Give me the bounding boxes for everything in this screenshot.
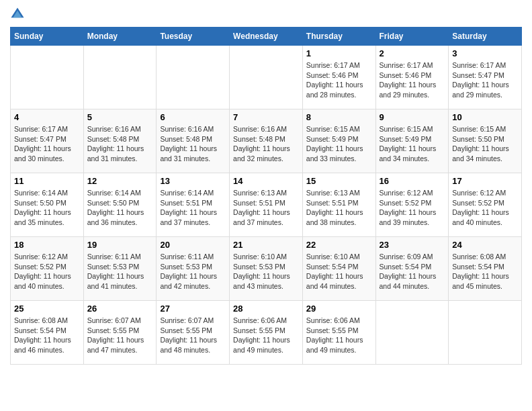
- day-number: 20: [160, 240, 226, 250]
- calendar-cell: 28Sunrise: 6:06 AMSunset: 5:55 PMDayligh…: [230, 301, 303, 365]
- calendar-cell: [11, 46, 84, 109]
- day-info: Sunrise: 6:13 AMSunset: 5:51 PMDaylight:…: [306, 188, 372, 228]
- day-info: Sunrise: 6:16 AMSunset: 5:48 PMDaylight:…: [160, 124, 226, 164]
- day-info: Sunrise: 6:07 AMSunset: 5:55 PMDaylight:…: [160, 316, 226, 355]
- day-info: Sunrise: 6:16 AMSunset: 5:48 PMDaylight:…: [233, 124, 299, 164]
- calendar-cell: 27Sunrise: 6:07 AMSunset: 5:55 PMDayligh…: [157, 301, 230, 365]
- calendar-cell: 4Sunrise: 6:17 AMSunset: 5:47 PMDaylight…: [11, 109, 84, 173]
- calendar-cell: 18Sunrise: 6:12 AMSunset: 5:52 PMDayligh…: [11, 237, 84, 301]
- calendar-cell: 1Sunrise: 6:17 AMSunset: 5:46 PMDaylight…: [302, 46, 375, 109]
- day-info: Sunrise: 6:15 AMSunset: 5:50 PMDaylight:…: [452, 124, 518, 164]
- day-info: Sunrise: 6:09 AMSunset: 5:54 PMDaylight:…: [380, 252, 445, 291]
- day-info: Sunrise: 6:10 AMSunset: 5:53 PMDaylight:…: [233, 252, 299, 291]
- day-number: 25: [14, 304, 80, 314]
- day-number: 12: [87, 176, 153, 186]
- day-number: 4: [14, 112, 80, 122]
- col-header-wednesday: Wednesday: [230, 28, 303, 46]
- calendar-cell: 15Sunrise: 6:13 AMSunset: 5:51 PMDayligh…: [302, 173, 375, 237]
- day-info: Sunrise: 6:15 AMSunset: 5:49 PMDaylight:…: [306, 124, 372, 164]
- calendar-cell: 7Sunrise: 6:16 AMSunset: 5:48 PMDaylight…: [230, 109, 303, 173]
- day-info: Sunrise: 6:17 AMSunset: 5:47 PMDaylight:…: [452, 60, 518, 100]
- calendar-cell: 9Sunrise: 6:15 AMSunset: 5:49 PMDaylight…: [375, 109, 449, 173]
- day-number: 9: [380, 112, 445, 122]
- day-number: 13: [160, 176, 226, 186]
- day-number: 15: [306, 176, 372, 186]
- day-number: 2: [380, 48, 445, 58]
- day-number: 29: [306, 304, 372, 314]
- day-number: 17: [452, 176, 518, 186]
- col-header-thursday: Thursday: [302, 28, 375, 46]
- day-info: Sunrise: 6:17 AMSunset: 5:46 PMDaylight:…: [306, 60, 372, 100]
- col-header-friday: Friday: [375, 28, 449, 46]
- calendar-cell: 10Sunrise: 6:15 AMSunset: 5:50 PMDayligh…: [449, 109, 522, 173]
- week-row-5: 25Sunrise: 6:08 AMSunset: 5:54 PMDayligh…: [11, 301, 522, 365]
- day-info: Sunrise: 6:14 AMSunset: 5:50 PMDaylight:…: [14, 188, 80, 228]
- calendar-cell: 25Sunrise: 6:08 AMSunset: 5:54 PMDayligh…: [11, 301, 84, 365]
- calendar-cell: 13Sunrise: 6:14 AMSunset: 5:51 PMDayligh…: [157, 173, 230, 237]
- calendar-cell: [83, 46, 157, 109]
- calendar-cell: 23Sunrise: 6:09 AMSunset: 5:54 PMDayligh…: [375, 237, 449, 301]
- calendar-cell: 14Sunrise: 6:13 AMSunset: 5:51 PMDayligh…: [230, 173, 303, 237]
- day-number: 14: [233, 176, 299, 186]
- day-number: 10: [452, 112, 518, 122]
- day-number: 23: [380, 240, 445, 250]
- col-header-tuesday: Tuesday: [157, 28, 230, 46]
- calendar-cell: 29Sunrise: 6:06 AMSunset: 5:55 PMDayligh…: [302, 301, 375, 365]
- logo: [10, 7, 26, 21]
- day-number: 3: [452, 48, 518, 58]
- day-info: Sunrise: 6:12 AMSunset: 5:52 PMDaylight:…: [452, 188, 518, 228]
- day-info: Sunrise: 6:11 AMSunset: 5:53 PMDaylight:…: [87, 252, 153, 291]
- calendar-cell: 21Sunrise: 6:10 AMSunset: 5:53 PMDayligh…: [230, 237, 303, 301]
- day-info: Sunrise: 6:12 AMSunset: 5:52 PMDaylight:…: [380, 188, 445, 228]
- day-number: 11: [14, 176, 80, 186]
- day-number: 28: [233, 304, 299, 314]
- calendar-cell: 12Sunrise: 6:14 AMSunset: 5:50 PMDayligh…: [83, 173, 157, 237]
- calendar-cell: 16Sunrise: 6:12 AMSunset: 5:52 PMDayligh…: [375, 173, 449, 237]
- day-number: 22: [306, 240, 372, 250]
- calendar-cell: 3Sunrise: 6:17 AMSunset: 5:47 PMDaylight…: [449, 46, 522, 109]
- day-info: Sunrise: 6:08 AMSunset: 5:54 PMDaylight:…: [452, 252, 518, 291]
- day-info: Sunrise: 6:14 AMSunset: 5:50 PMDaylight:…: [87, 188, 153, 228]
- day-number: 1: [306, 48, 372, 58]
- day-number: 19: [87, 240, 153, 250]
- day-number: 24: [452, 240, 518, 250]
- day-number: 18: [14, 240, 80, 250]
- calendar-cell: 20Sunrise: 6:11 AMSunset: 5:53 PMDayligh…: [157, 237, 230, 301]
- day-info: Sunrise: 6:08 AMSunset: 5:54 PMDaylight:…: [14, 316, 80, 355]
- day-info: Sunrise: 6:15 AMSunset: 5:49 PMDaylight:…: [380, 124, 445, 164]
- calendar-header-row: SundayMondayTuesdayWednesdayThursdayFrid…: [11, 28, 522, 46]
- day-number: 5: [87, 112, 153, 122]
- day-info: Sunrise: 6:07 AMSunset: 5:55 PMDaylight:…: [87, 316, 153, 355]
- calendar-cell: 24Sunrise: 6:08 AMSunset: 5:54 PMDayligh…: [449, 237, 522, 301]
- day-info: Sunrise: 6:12 AMSunset: 5:52 PMDaylight:…: [14, 252, 80, 291]
- calendar-cell: 6Sunrise: 6:16 AMSunset: 5:48 PMDaylight…: [157, 109, 230, 173]
- page-header: [10, 7, 522, 21]
- week-row-4: 18Sunrise: 6:12 AMSunset: 5:52 PMDayligh…: [11, 237, 522, 301]
- col-header-saturday: Saturday: [449, 28, 522, 46]
- day-info: Sunrise: 6:14 AMSunset: 5:51 PMDaylight:…: [160, 188, 226, 228]
- day-info: Sunrise: 6:17 AMSunset: 5:47 PMDaylight:…: [14, 124, 80, 164]
- logo-icon: [10, 7, 25, 21]
- calendar-cell: 19Sunrise: 6:11 AMSunset: 5:53 PMDayligh…: [83, 237, 157, 301]
- calendar-cell: 22Sunrise: 6:10 AMSunset: 5:54 PMDayligh…: [302, 237, 375, 301]
- calendar-cell: 8Sunrise: 6:15 AMSunset: 5:49 PMDaylight…: [302, 109, 375, 173]
- calendar-cell: 11Sunrise: 6:14 AMSunset: 5:50 PMDayligh…: [11, 173, 84, 237]
- day-number: 16: [380, 176, 445, 186]
- day-number: 7: [233, 112, 299, 122]
- calendar-table: SundayMondayTuesdayWednesdayThursdayFrid…: [10, 27, 522, 365]
- day-number: 8: [306, 112, 372, 122]
- calendar-cell: 26Sunrise: 6:07 AMSunset: 5:55 PMDayligh…: [83, 301, 157, 365]
- calendar-cell: [375, 301, 449, 365]
- day-number: 21: [233, 240, 299, 250]
- calendar-cell: [157, 46, 230, 109]
- calendar-cell: [230, 46, 303, 109]
- calendar-cell: 5Sunrise: 6:16 AMSunset: 5:48 PMDaylight…: [83, 109, 157, 173]
- calendar-cell: [449, 301, 522, 365]
- day-info: Sunrise: 6:16 AMSunset: 5:48 PMDaylight:…: [87, 124, 153, 164]
- calendar-cell: 2Sunrise: 6:17 AMSunset: 5:46 PMDaylight…: [375, 46, 449, 109]
- day-number: 27: [160, 304, 226, 314]
- day-number: 26: [87, 304, 153, 314]
- day-info: Sunrise: 6:06 AMSunset: 5:55 PMDaylight:…: [306, 316, 372, 355]
- day-info: Sunrise: 6:10 AMSunset: 5:54 PMDaylight:…: [306, 252, 372, 291]
- day-info: Sunrise: 6:17 AMSunset: 5:46 PMDaylight:…: [380, 60, 445, 100]
